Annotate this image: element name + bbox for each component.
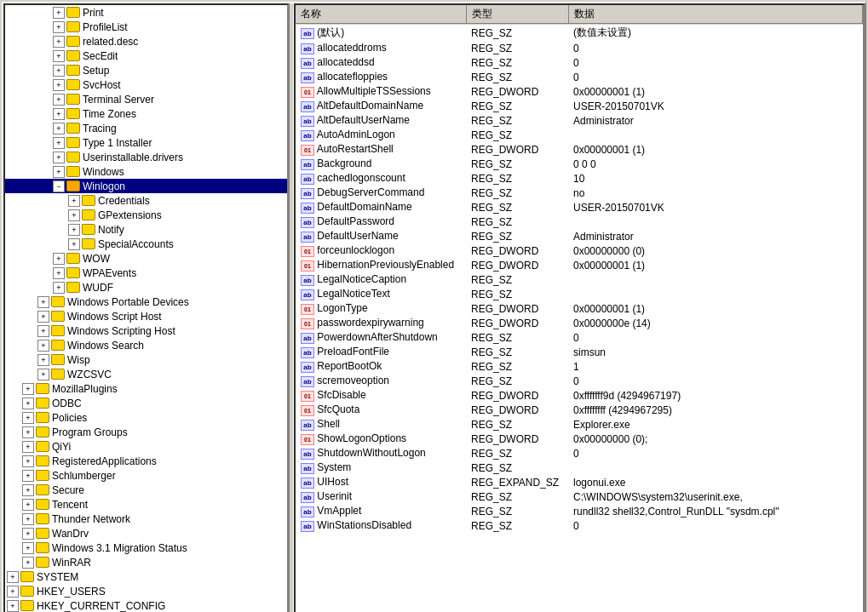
expander-winportable[interactable]: + — [37, 296, 49, 308]
tree-item-odbc[interactable]: +ODBC — [5, 396, 287, 410]
tree-item-thundernetwork[interactable]: +Thunder Network — [5, 512, 287, 526]
tree-item-print[interactable]: +Print — [5, 5, 287, 20]
tree-item-winlogon[interactable]: −Winlogon — [5, 179, 287, 193]
registry-row-21[interactable]: ab PowerdownAfterShutdownREG_SZ0 — [296, 330, 863, 345]
tree-item-policies[interactable]: +Policies — [5, 410, 287, 425]
col-name[interactable]: 名称 — [296, 5, 466, 24]
registry-row-1[interactable]: ab allocateddromsREG_SZ0 — [296, 41, 863, 55]
expander-notify[interactable]: + — [68, 224, 80, 236]
registry-row-7[interactable]: ab AutoAdminLogonREG_SZ — [296, 128, 863, 142]
expander-wpaevents[interactable]: + — [53, 267, 65, 279]
tree-item-win31[interactable]: +Windows 3.1 Migration Status — [5, 541, 287, 555]
tree-item-wsh[interactable]: +Windows Script Host — [5, 309, 287, 323]
registry-row-17[interactable]: ab LegalNoticeCaptionREG_SZ — [296, 272, 863, 287]
registry-row-0[interactable]: ab (默认)REG_SZ(数值未设置) — [296, 24, 863, 41]
expander-svchost[interactable]: + — [53, 79, 65, 91]
registry-row-9[interactable]: ab BackgroundREG_SZ0 0 0 — [296, 157, 863, 171]
expander-wshost[interactable]: + — [37, 325, 49, 337]
tree-item-notify[interactable]: +Notify — [5, 222, 287, 237]
registry-row-12[interactable]: ab DefaultDomainNameREG_SZUSER-20150701V… — [296, 200, 863, 214]
registry-row-27[interactable]: ab ShellREG_SZExplorer.exe — [296, 417, 863, 432]
col-value[interactable]: 数据 — [568, 5, 863, 24]
registry-row-31[interactable]: ab UIHostREG_EXPAND_SZlogonui.exe — [296, 475, 863, 489]
registry-row-25[interactable]: 01 SfcDisableREG_DWORD0xfffffff9d (42949… — [296, 388, 863, 403]
registry-row-28[interactable]: 01 ShowLogonOptionsREG_DWORD0x00000000 (… — [296, 432, 863, 446]
registry-row-6[interactable]: ab AltDefaultUserNameREG_SZAdministrator — [296, 113, 863, 128]
expander-win31[interactable]: + — [22, 542, 34, 554]
registry-row-32[interactable]: ab UserinitREG_SZC:\WINDOWS\system32\use… — [296, 489, 863, 504]
tree-item-schlumberger[interactable]: +Schlumberger — [5, 468, 287, 483]
registry-row-11[interactable]: ab DebugServerCommandREG_SZno — [296, 186, 863, 200]
expander-schlumberger[interactable]: + — [22, 470, 34, 482]
registry-row-33[interactable]: ab VmAppletREG_SZrundll32 shell32,Contro… — [296, 504, 863, 518]
expander-registeredapps[interactable]: + — [22, 455, 34, 467]
expander-policies[interactable]: + — [22, 412, 34, 424]
tree-item-specialaccts[interactable]: +SpecialAccounts — [5, 237, 287, 251]
expander-wudf[interactable]: + — [53, 282, 65, 294]
tree-item-secedit[interactable]: +SecEdit — [5, 49, 287, 63]
tree-item-gpext[interactable]: +GPextensions — [5, 208, 287, 222]
tree-item-winsearch[interactable]: +Windows Search — [5, 338, 287, 352]
tree-item-winportable[interactable]: +Windows Portable Devices — [5, 295, 287, 309]
expander-related[interactable]: + — [53, 36, 65, 48]
expander-thundernetwork[interactable]: + — [22, 513, 34, 525]
tree-item-related[interactable]: +related.desc — [5, 34, 287, 49]
expander-userinstall[interactable]: + — [53, 152, 65, 163]
registry-row-13[interactable]: ab DefaultPasswordREG_SZ — [296, 214, 863, 229]
tree-pane[interactable]: +Print+ProfileList+related.desc+SecEdit+… — [3, 3, 289, 612]
tree-item-system[interactable]: +SYSTEM — [5, 569, 287, 584]
expander-tencent[interactable]: + — [22, 499, 34, 511]
registry-row-22[interactable]: ab PreloadFontFileREG_SZsimsun — [296, 345, 863, 359]
tree-item-wandrv[interactable]: +WanDrv — [5, 526, 287, 541]
expander-type1[interactable]: + — [53, 137, 65, 149]
tree-item-secure[interactable]: +Secure — [5, 483, 287, 497]
tree-item-programgroups[interactable]: +Program Groups — [5, 425, 287, 439]
tree-item-winrar[interactable]: +WinRAR — [5, 555, 287, 569]
expander-tracing[interactable]: + — [53, 123, 65, 134]
expander-winsearch[interactable]: + — [37, 340, 49, 352]
tree-item-windows[interactable]: +Windows — [5, 164, 287, 179]
tree-item-registeredapps[interactable]: +RegisteredApplications — [5, 454, 287, 468]
expander-specialaccts[interactable]: + — [68, 238, 80, 250]
expander-system[interactable]: + — [7, 571, 19, 583]
registry-row-24[interactable]: ab scremoveoptionREG_SZ0 — [296, 374, 863, 388]
registry-row-26[interactable]: 01 SfcQuotaREG_DWORD0xffffffff (42949672… — [296, 403, 863, 417]
expander-wzcsvc[interactable]: + — [37, 369, 49, 380]
tree-item-type1[interactable]: +Type 1 Installer — [5, 135, 287, 150]
registry-row-2[interactable]: ab allocateddsdREG_SZ0 — [296, 55, 863, 70]
expander-qiyi[interactable]: + — [22, 441, 34, 453]
col-type[interactable]: 类型 — [466, 5, 568, 24]
registry-row-4[interactable]: 01 AllowMultipleTSSessionsREG_DWORD0x000… — [296, 84, 863, 99]
expander-setup[interactable]: + — [53, 65, 65, 77]
expander-hkeyusers[interactable]: + — [7, 586, 19, 598]
registry-row-16[interactable]: 01 HibernationPreviouslyEnabledREG_DWORD… — [296, 258, 863, 272]
tree-item-wzcsvc[interactable]: +WZCSVC — [5, 367, 287, 381]
tree-item-userinstall[interactable]: +Userinstallable.drivers — [5, 150, 287, 164]
expander-profilelist[interactable]: + — [53, 21, 65, 33]
expander-wsh[interactable]: + — [37, 311, 49, 323]
expander-print[interactable]: + — [53, 7, 65, 19]
tree-item-wpaevents[interactable]: +WPAEvents — [5, 266, 287, 280]
tree-item-hkeyusers[interactable]: +HKEY_USERS — [5, 584, 287, 598]
registry-row-10[interactable]: ab cachedlogonscountREG_SZ10 — [296, 171, 863, 186]
expander-odbc[interactable]: + — [22, 398, 34, 409]
tree-item-credentials[interactable]: +Credentials — [5, 193, 287, 208]
tree-item-tencent[interactable]: +Tencent — [5, 497, 287, 512]
expander-winlogon[interactable]: − — [53, 180, 65, 192]
expander-programgroups[interactable]: + — [22, 426, 34, 438]
tree-item-mozillaplugins[interactable]: +MozillaPlugins — [5, 381, 287, 396]
registry-pane[interactable]: 名称 类型 数据 ab (默认)REG_SZ(数值未设置)ab allocate… — [294, 3, 865, 612]
tree-item-setup[interactable]: +Setup — [5, 63, 287, 77]
registry-row-23[interactable]: ab ReportBootOkREG_SZ1 — [296, 359, 863, 374]
expander-termserver[interactable]: + — [53, 94, 65, 106]
expander-wandrv[interactable]: + — [22, 528, 34, 540]
registry-row-30[interactable]: ab SystemREG_SZ — [296, 460, 863, 475]
tree-item-profilelist[interactable]: +ProfileList — [5, 20, 287, 34]
expander-credentials[interactable]: + — [68, 195, 80, 207]
registry-row-34[interactable]: ab WinStationsDisabledREG_SZ0 — [296, 518, 863, 533]
tree-item-wudf[interactable]: +WUDF — [5, 280, 287, 295]
expander-windows[interactable]: + — [53, 166, 65, 178]
registry-row-20[interactable]: 01 passwordexpirywarningREG_DWORD0x00000… — [296, 316, 863, 330]
registry-row-5[interactable]: ab AltDefaultDomainNameREG_SZUSER-201507… — [296, 99, 863, 113]
expander-wisp[interactable]: + — [37, 354, 49, 366]
